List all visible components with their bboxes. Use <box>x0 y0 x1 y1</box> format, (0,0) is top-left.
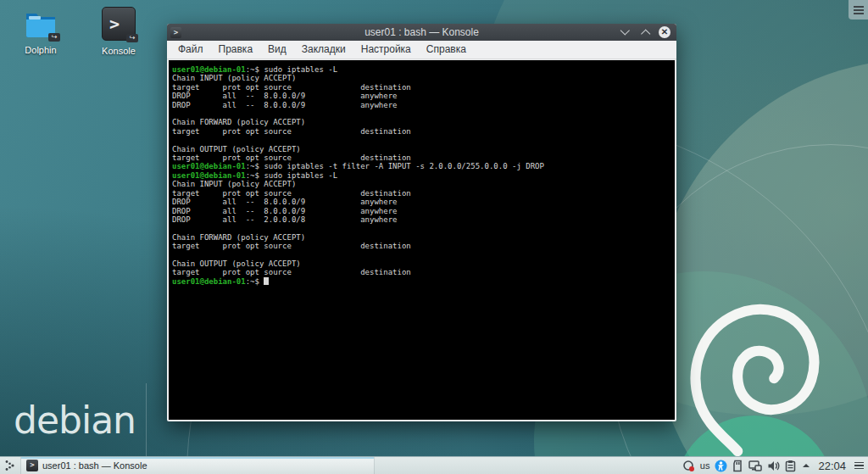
terminal-output[interactable]: user01@debian-01:~$ sudo iptables -LChai… <box>169 60 675 420</box>
display-icon[interactable] <box>748 460 762 472</box>
menu-bookmarks[interactable]: Закладки <box>294 41 353 59</box>
output-text: Chain INPUT (policy ACCEPT) <box>172 74 296 82</box>
terminal-line: user01@debian-01:~$ sudo iptables -L <box>172 65 672 74</box>
terminal-line: target prot opt source destination <box>172 189 672 198</box>
menu-view[interactable]: Вид <box>260 41 294 59</box>
desktop-icon-label: Dolphin <box>8 45 73 55</box>
terminal-line: target prot opt source destination <box>172 153 672 162</box>
menu-settings[interactable]: Настройка <box>353 41 419 59</box>
window-menubar: Файл Правка Вид Закладки Настройка Справ… <box>167 41 676 59</box>
output-text: :~$ <box>246 277 264 286</box>
taskbar-task-konsole[interactable]: > user01 : bash — Konsole <box>20 457 375 474</box>
output-text: Chain INPUT (policy ACCEPT) <box>172 180 296 188</box>
keyboard-layout-indicator[interactable]: us <box>700 460 710 471</box>
prompt-text: user01@debian-01 <box>172 65 246 74</box>
konsole-window: > user01 : bash — Konsole ✕ Файл Правка … <box>167 24 676 421</box>
menu-file[interactable]: Файл <box>170 41 211 59</box>
terminal-line: DROP all -- 8.0.0.0/9 anywhere <box>172 198 672 206</box>
output-text: :~$ sudo iptables -t filter -A INPUT -s … <box>246 162 544 170</box>
output-text: target prot opt source destination <box>172 189 411 198</box>
panel-hamburger-icon <box>854 465 864 466</box>
terminal-line <box>172 251 672 259</box>
terminal-line: Chain FORWARD (policy ACCEPT) <box>172 233 672 242</box>
desktop[interactable]: debian ↪ Dolphin > ↪ Konsole > user01 : … <box>0 0 868 456</box>
desktop-toolbox-button[interactable] <box>849 0 868 20</box>
desktop-icon-konsole[interactable]: > ↪ Konsole <box>86 6 151 56</box>
output-text: target prot opt source destination <box>172 127 411 136</box>
output-text: :~$ sudo iptables -L <box>246 65 337 74</box>
system-tray: us 22:04 <box>682 457 868 474</box>
terminal-line: target prot opt source destination <box>172 242 672 250</box>
shortcut-link-badge-icon: ↪ <box>126 34 138 42</box>
output-text: target prot opt source destination <box>172 242 411 250</box>
konsole-terminal-icon: > ↪ <box>101 7 136 42</box>
output-text: Chain FORWARD (policy ACCEPT) <box>172 233 305 242</box>
output-text: DROP all -- 8.0.0.0/9 anywhere <box>172 198 398 206</box>
chevron-up-icon <box>641 29 650 38</box>
menu-edit[interactable]: Правка <box>211 41 261 59</box>
output-text: target prot opt source destination <box>172 268 411 276</box>
accessibility-icon[interactable] <box>715 460 727 472</box>
output-text: Chain FORWARD (policy ACCEPT) <box>172 118 305 126</box>
panel-menu-button[interactable] <box>853 460 865 471</box>
debian-wordmark: debian <box>14 399 136 442</box>
menu-help[interactable]: Справка <box>419 41 474 59</box>
prompt-text: user01@debian-01 <box>172 171 246 180</box>
konsole-task-icon: > <box>26 460 38 471</box>
terminal-line: user01@debian-01:~$ <box>172 277 672 286</box>
dolphin-folder-icon: ↪ <box>23 6 58 42</box>
digital-clock[interactable]: 22:04 <box>816 460 848 472</box>
close-button[interactable]: ✕ <box>659 26 670 38</box>
application-launcher-button[interactable] <box>0 457 20 474</box>
taskbar-panel: > user01 : bash — Konsole us <box>0 456 868 474</box>
terminal-line: Chain OUTPUT (policy ACCEPT) <box>172 259 672 268</box>
terminal-line: DROP all -- 8.0.0.0/9 anywhere <box>172 92 672 100</box>
terminal-line: DROP all -- 2.0.0.0/8 anywhere <box>172 215 672 224</box>
volume-icon[interactable] <box>767 460 780 472</box>
terminal-line: Chain INPUT (policy ACCEPT) <box>172 74 672 82</box>
terminal-line: Chain FORWARD (policy ACCEPT) <box>172 118 672 126</box>
minimize-button[interactable] <box>620 26 632 38</box>
hamburger-icon <box>854 9 864 11</box>
output-text: DROP all -- 8.0.0.0/9 anywhere <box>172 207 398 215</box>
output-text: :~$ sudo iptables -L <box>246 171 337 180</box>
debian-swirl-logo <box>676 282 822 456</box>
output-text: Chain OUTPUT (policy ACCEPT) <box>172 259 301 268</box>
terminal-line <box>172 224 672 232</box>
terminal-line: user01@debian-01:~$ sudo iptables -t fil… <box>172 162 672 170</box>
terminal-line: Chain OUTPUT (policy ACCEPT) <box>172 145 672 153</box>
chevron-down-icon <box>620 25 630 35</box>
prompt-text: user01@debian-01 <box>172 277 246 286</box>
wallpaper-line <box>146 383 147 456</box>
prompt-text: user01@debian-01 <box>172 162 246 170</box>
cursor-block <box>264 277 269 285</box>
output-text: target prot opt source destination <box>172 153 411 162</box>
terminal-line: target prot opt source destination <box>172 268 672 276</box>
update-notifier-icon[interactable] <box>682 460 695 472</box>
desktop-icon-label: Konsole <box>86 46 151 56</box>
clipboard-icon[interactable] <box>785 460 796 472</box>
tray-expander-icon[interactable] <box>801 461 811 470</box>
window-titlebar[interactable]: > user01 : bash — Konsole ✕ <box>167 24 676 41</box>
terminal-line <box>172 109 672 118</box>
output-text: DROP all -- 8.0.0.0/9 anywhere <box>172 101 398 109</box>
task-label: user01 : bash — Konsole <box>42 460 147 471</box>
shortcut-link-badge-icon: ↪ <box>48 33 60 42</box>
terminal-line <box>172 136 672 144</box>
terminal-line: target prot opt source destination <box>172 127 672 136</box>
output-text: Chain OUTPUT (policy ACCEPT) <box>172 145 301 153</box>
output-text: DROP all -- 8.0.0.0/9 anywhere <box>172 92 398 100</box>
desktop-icon-dolphin[interactable]: ↪ Dolphin <box>8 6 73 55</box>
output-text: target prot opt source destination <box>172 83 411 92</box>
terminal-line: DROP all -- 8.0.0.0/9 anywhere <box>172 101 672 109</box>
terminal-line: DROP all -- 8.0.0.0/9 anywhere <box>172 207 672 215</box>
maximize-button[interactable] <box>639 26 651 38</box>
device-notifier-icon[interactable] <box>732 460 743 472</box>
output-text: DROP all -- 2.0.0.0/8 anywhere <box>172 215 398 224</box>
terminal-line: target prot opt source destination <box>172 83 672 92</box>
window-title: user01 : bash — Konsole <box>167 26 676 38</box>
terminal-line: user01@debian-01:~$ sudo iptables -L <box>172 171 672 180</box>
terminal-line: Chain INPUT (policy ACCEPT) <box>172 180 672 188</box>
close-icon: ✕ <box>659 26 670 38</box>
kicker-arrow-icon <box>4 460 16 471</box>
